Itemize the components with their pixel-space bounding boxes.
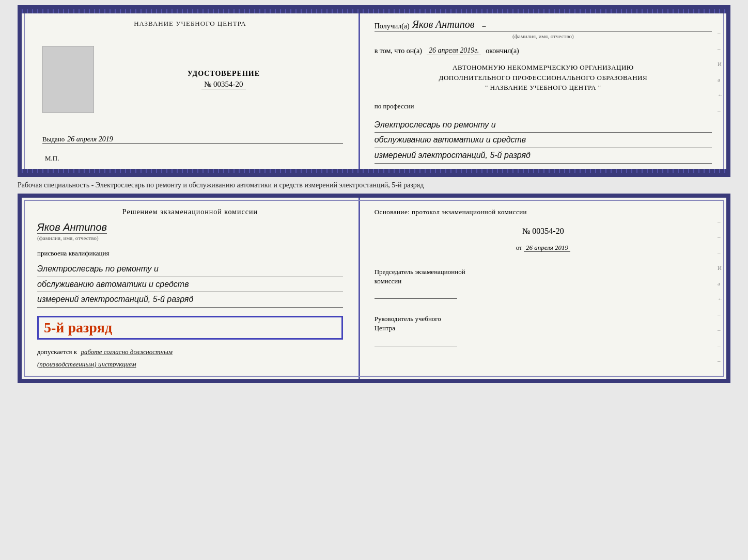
udostoverenie-block: УДОСТОВЕРЕНИЕ № 00354-20 [188,70,260,89]
protokol-number: № 00354-20 [375,227,712,236]
rukovoditel-title: Руководитель учебного Центра [375,314,712,333]
predsedatel-signature [375,289,457,299]
razryad-highlight-box: 5-й разряд [37,316,343,340]
vydano-date: 26 апреля 2019 [67,135,113,143]
poluchil-section: Получил(а) Яков Антипов – (фамилия, имя,… [375,19,712,39]
predsedatel-label: Председатель экзаменационной [375,268,465,276]
separator-label: Рабочая специальность - Электрослесарь п… [18,177,730,194]
cert-top-left: НАЗВАНИЕ УЧЕБНОГО ЦЕНТРА УДОСТОВЕРЕНИЕ №… [22,9,360,173]
rukovoditel-label2: Центра [375,324,395,332]
dopuskaetsya-label: допускается к [37,348,77,356]
predsedatel-label2: комиссии [375,277,402,285]
top-border-strip [22,9,726,13]
profession-line1-bottom: Электрослесарь по ремонту и [37,262,343,277]
org-line1: АВТОНОМНУЮ НЕКОММЕРЧЕСКУЮ ОРГАНИЗАЦИЮ [375,62,712,73]
rukovoditel-label: Руководитель учебного [375,315,441,323]
poluchil-label: Получил(а) [375,22,410,30]
udostoverenie-number: № 00354-20 [201,80,246,89]
cert-bottom-right: Основание: протокол экзаменационной коми… [360,198,726,379]
poluchil-line: Получил(а) Яков Антипов – [375,19,712,32]
prisvoena-label: присвоена квалификация [37,249,343,258]
org-line3: " НАЗВАНИЕ УЧЕБНОГО ЦЕНТРА " [375,83,712,93]
osnovanie-label: Основание: протокол экзаменационной коми… [375,208,712,216]
fio-value-bottom: Яков Антипов [37,221,107,234]
razryad-value: 5-й разряд [44,319,112,335]
po-professii-label: по профессии [375,102,712,110]
dopuskaetsya-value2: (производственным) инструкциям [37,360,136,368]
profession-line3-bottom: измерений электростанций, 5-й разряд [37,292,343,308]
ot-date: 26 апреля 2019 [524,244,570,252]
org-title: НАЗВАНИЕ УЧЕБНОГО ЦЕНТРА [134,20,246,28]
dopuskaetsya-line: допускается к работе согласно должностны… [37,348,343,356]
fio-subtitle-top: (фамилия, имя, отчество) [375,33,712,39]
rukovoditel-signature [375,336,457,346]
cert-bottom-left: Решением экзаменационной комиссии Яков А… [22,198,360,379]
profession-block-top: Электрослесарь по ремонту и обслуживанию… [375,118,712,164]
mp-label: М.П. [42,154,343,163]
separator-text: Рабочая специальность - Электрослесарь п… [18,181,424,189]
profession-line3-top: измерений электростанций, 5-й разряд [375,148,712,164]
photo-placeholder [42,46,94,113]
predsedatel-block: Председатель экзаменационной комиссии [375,267,712,299]
resheniem-label: Решением экзаменационной комиссии [37,208,343,216]
right-margin-marks: ––Иа←– [718,30,723,114]
left-bottom-area: Выдано 26 апреля 2019 М.П. [37,126,343,163]
udostoverenie-label: УДОСТОВЕРЕНИЕ [188,70,260,78]
okончил-label: окончил(а) [486,47,519,55]
cert-top: НАЗВАНИЕ УЧЕБНОГО ЦЕНТРА УДОСТОВЕРЕНИЕ №… [18,5,730,177]
dopuskaetsya-line2: (производственным) инструкциям [37,360,343,369]
fio-bottom-section: Яков Антипов (фамилия, имя, отчество) [37,220,343,241]
predsedatel-title: Председатель экзаменационной комиссии [375,267,712,286]
fio-value-top: Яков Антипов [412,19,475,30]
right-margin-marks-bottom: –––Иа←–––– [718,218,723,364]
profession-line2-bottom: обслуживанию автоматики и средств [37,277,343,293]
profession-line2-top: обслуживанию автоматики и средств [375,133,712,148]
vydano-line: Выдано 26 апреля 2019 [42,135,343,144]
bottom-border-strip [22,169,726,173]
profession-line1-top: Электрослесарь по ремонту и [375,118,712,133]
ot-line: от 26 апреля 2019 [375,244,712,252]
org-line2: ДОПОЛНИТЕЛЬНОГО ПРОФЕССИОНАЛЬНОГО ОБРАЗО… [375,73,712,83]
dopuskaetsya-value: работе согласно должностным [81,348,173,356]
vtom-line: в том, что он(а) 26 апреля 2019г. окончи… [375,46,712,55]
fio-subtitle-bottom: (фамилия, имя, отчество) [37,235,343,241]
vtom-label: в том, что он(а) [375,47,422,55]
document-container: НАЗВАНИЕ УЧЕБНОГО ЦЕНТРА УДОСТОВЕРЕНИЕ №… [18,5,730,383]
vtom-date: 26 апреля 2019г. [427,46,481,55]
org-block: АВТОНОМНУЮ НЕКОММЕРЧЕСКУЮ ОРГАНИЗАЦИЮ ДО… [375,62,712,93]
profession-block-bottom: Электрослесарь по ремонту и обслуживанию… [37,262,343,308]
ot-label: от [516,244,522,251]
cert-top-right: Получил(а) Яков Антипов – (фамилия, имя,… [360,9,726,173]
vydano-label: Выдано [42,135,65,143]
cert-bottom: Решением экзаменационной комиссии Яков А… [18,194,730,383]
rukovoditel-block: Руководитель учебного Центра [375,314,712,346]
